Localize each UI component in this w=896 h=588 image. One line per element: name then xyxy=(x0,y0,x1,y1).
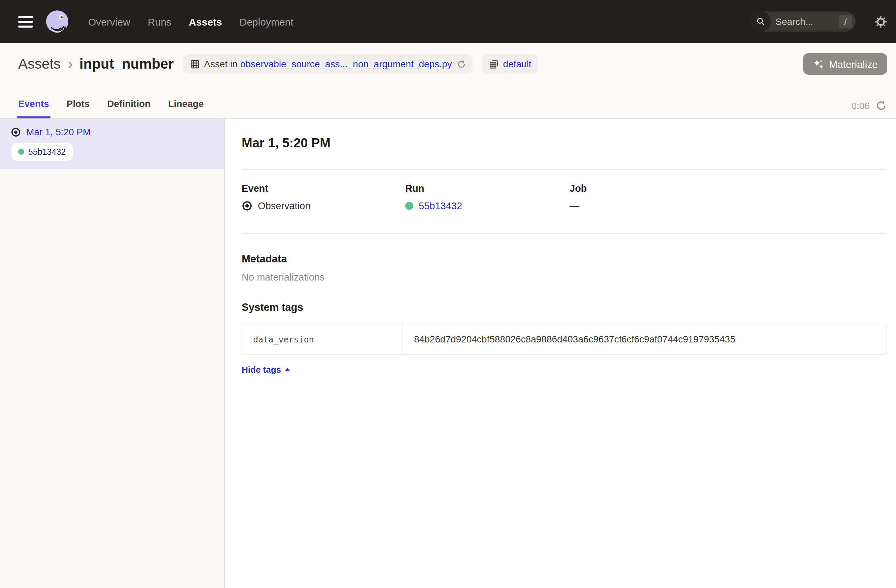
nav-item-overview[interactable]: Overview xyxy=(88,16,130,27)
divider xyxy=(242,234,887,234)
nav-item-runs[interactable]: Runs xyxy=(148,16,171,27)
observation-eye-icon xyxy=(11,127,21,137)
dagster-app: Overview Runs Assets Deployment / xyxy=(0,0,896,588)
metadata-empty-text: No materializations xyxy=(242,272,887,283)
nav-item-assets[interactable]: Assets xyxy=(189,16,222,27)
refresh-icon[interactable] xyxy=(876,100,887,111)
tab-bar: Events Plots Definition Lineage 0:06 xyxy=(0,75,896,119)
event-detail-title: Mar 1, 5:20 PM xyxy=(242,136,887,151)
hide-tags-label: Hide tags xyxy=(242,365,281,375)
divider xyxy=(242,169,887,170)
event-list-item[interactable]: Mar 1, 5:20 PM 55b13432 xyxy=(0,119,224,169)
materialize-button[interactable]: Materialize xyxy=(803,53,887,75)
top-navbar: Overview Runs Assets Deployment / xyxy=(0,0,896,43)
breadcrumb-assets-link[interactable]: Assets xyxy=(18,56,61,72)
run-id-label: 55b13432 xyxy=(28,147,66,156)
system-tags-table: data_version 84b26d7d9204cbf588026c8a988… xyxy=(242,324,887,354)
hide-tags-link[interactable]: Hide tags xyxy=(242,365,290,375)
run-status-dot xyxy=(18,149,24,155)
search-shortcut-badge: / xyxy=(839,15,852,28)
event-timestamp-link[interactable]: Mar 1, 5:20 PM xyxy=(26,126,91,137)
event-detail-panel: Mar 1, 5:20 PM Event Observation Run 55b… xyxy=(225,119,896,588)
asset-chip-prefix: Asset in xyxy=(204,59,238,69)
run-tag[interactable]: 55b13432 xyxy=(11,143,72,161)
sparkle-icon xyxy=(813,58,824,70)
event-column-header: Event xyxy=(242,183,405,194)
page-title: input_number xyxy=(79,56,174,72)
tab-events[interactable]: Events xyxy=(17,98,50,119)
reload-definition-icon[interactable] xyxy=(457,59,466,68)
auto-refresh-control: 0:06 xyxy=(852,100,887,119)
repo-default-link[interactable]: default xyxy=(503,59,532,69)
search-field[interactable] xyxy=(776,16,839,27)
run-status-dot xyxy=(405,202,413,210)
run-id-link[interactable]: 55b13432 xyxy=(419,201,462,211)
event-type-value: Observation xyxy=(258,201,310,211)
nav-item-deployment[interactable]: Deployment xyxy=(240,16,294,27)
tab-definition[interactable]: Definition xyxy=(106,98,152,119)
system-tags-heading: System tags xyxy=(242,301,887,313)
tab-plots[interactable]: Plots xyxy=(65,98,91,119)
primary-nav: Overview Runs Assets Deployment xyxy=(88,16,294,27)
asset-file-link[interactable]: observable_source_ass..._non_argument_de… xyxy=(240,59,452,69)
refresh-countdown: 0:06 xyxy=(852,100,870,111)
event-summary-columns: Event Observation Run 55b13432 Job — xyxy=(242,183,887,211)
asset-definition-chip: Asset in observable_source_ass..._non_ar… xyxy=(183,55,473,73)
event-column: Event Observation xyxy=(242,183,405,211)
page-header: Assets input_number Asset in observable_… xyxy=(0,43,896,119)
asset-grid-icon xyxy=(190,59,200,69)
tab-lineage[interactable]: Lineage xyxy=(167,98,205,119)
run-column-header: Run xyxy=(405,183,570,194)
dagster-logo[interactable] xyxy=(44,8,71,35)
search-icon xyxy=(751,11,771,32)
tag-key-cell: data_version xyxy=(242,324,403,354)
repo-chip: default xyxy=(482,55,538,73)
settings-gear-icon[interactable] xyxy=(875,15,887,28)
breadcrumb: Assets input_number Asset in observable_… xyxy=(0,43,896,75)
content-area: Mar 1, 5:20 PM 55b13432 Mar 1, 5:20 PM E… xyxy=(0,119,896,588)
job-column: Job — xyxy=(570,183,887,211)
observation-eye-icon xyxy=(242,201,253,211)
run-column: Run 55b13432 xyxy=(405,183,570,211)
materialize-label: Materialize xyxy=(829,58,878,70)
job-empty-value: — xyxy=(570,201,579,211)
octopus-logo-icon xyxy=(44,8,71,35)
caret-up-icon xyxy=(284,368,290,371)
chevron-right-icon xyxy=(65,59,75,70)
search-input[interactable]: / xyxy=(751,11,856,32)
metadata-heading: Metadata xyxy=(242,253,887,265)
repo-layers-icon xyxy=(489,59,499,69)
events-sidebar: Mar 1, 5:20 PM 55b13432 xyxy=(0,119,225,588)
job-column-header: Job xyxy=(570,183,887,194)
tag-value-cell: 84b26d7d9204cbf588026c8a9886d403a6c9637c… xyxy=(403,324,886,354)
menu-icon[interactable] xyxy=(18,16,33,27)
